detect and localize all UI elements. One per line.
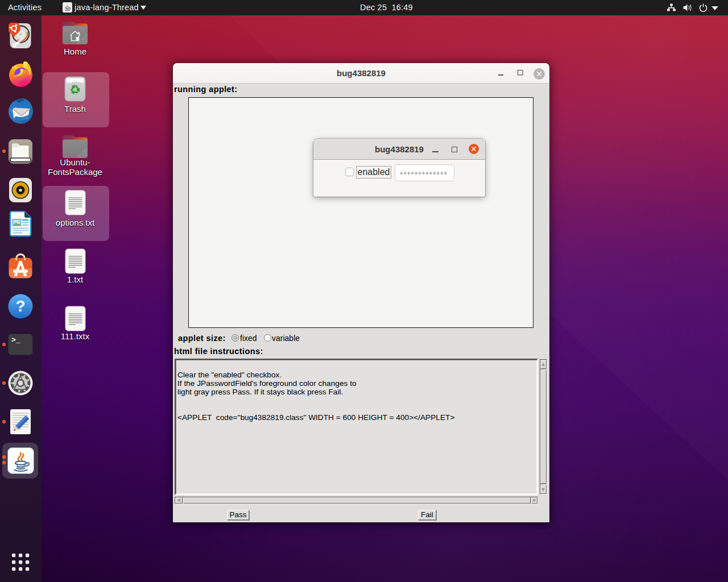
- svg-text:?: ?: [15, 297, 25, 315]
- svg-text:>_: >_: [11, 336, 20, 344]
